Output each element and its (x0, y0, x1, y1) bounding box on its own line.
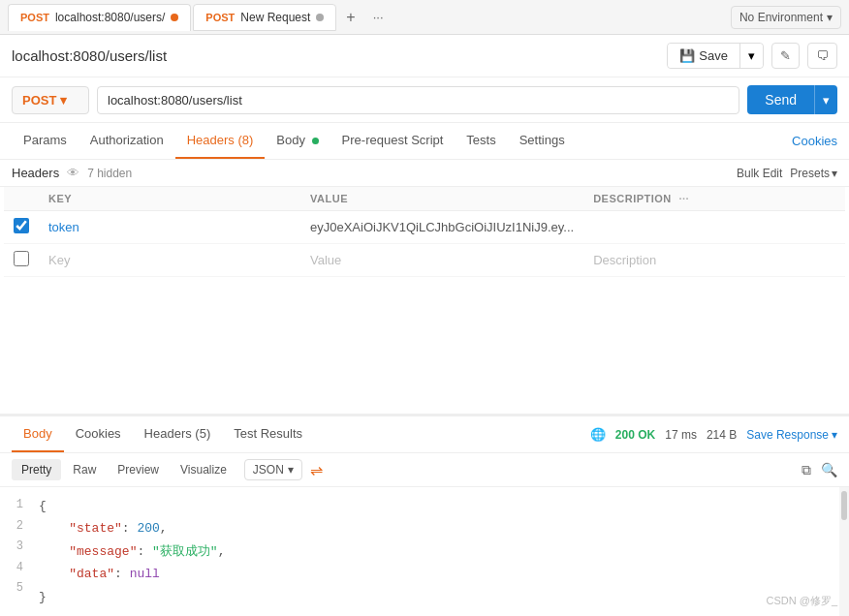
response-tab-body[interactable]: Body (12, 416, 64, 452)
scrollbar-thumb (841, 491, 847, 520)
tab-new-request[interactable]: POST New Request (193, 4, 336, 31)
wrap-button[interactable]: ⇌ (310, 461, 323, 479)
method-label: POST (22, 93, 56, 108)
save-response-button[interactable]: Save Response ▾ (746, 428, 837, 442)
format-raw[interactable]: Raw (63, 459, 106, 480)
response-tabs: Body Cookies Headers (5) Test Results 🌐 … (0, 416, 849, 453)
cookies-link[interactable]: Cookies (792, 134, 837, 148)
tab-method-1: POST (20, 12, 49, 23)
page-title: localhost:8080/users/list (12, 47, 659, 64)
scrollbar[interactable] (839, 487, 849, 616)
body-dot (312, 138, 319, 144)
row-value-cell: eyJ0eXAiOiJKV1QiLCJhbGciOiJIUzI1NiJ9.ey.… (300, 211, 583, 244)
row-value: eyJ0eXAiOiJKV1QiLCJhbGciOiJIUzI1NiJ9.ey.… (310, 220, 574, 234)
url-input[interactable] (97, 86, 739, 114)
headers-title: Headers (12, 166, 59, 180)
line-num-1: 1 (12, 495, 23, 516)
code-line-2: "state": 200, (39, 517, 835, 539)
copy-button[interactable]: ⧉ (802, 462, 811, 478)
send-button-group: Send ▾ (747, 85, 837, 114)
status-code: 200 OK (615, 428, 655, 442)
headers-controls: Headers 👁 7 hidden Bulk Edit Presets ▾ (0, 160, 849, 187)
response-tab-headers[interactable]: Headers (5) (133, 416, 223, 452)
th-checkbox (4, 187, 39, 211)
row-desc-cell (583, 211, 845, 244)
desc-placeholder: Description (593, 253, 656, 267)
tab-authorization[interactable]: Authorization (79, 123, 175, 159)
save-button[interactable]: 💾 Save (668, 44, 740, 68)
tab-add-button[interactable]: + (338, 9, 362, 26)
code-view: 1 2 3 4 5 { "state": 200, "message": "获取… (0, 487, 839, 616)
eye-icon: 👁 (67, 166, 79, 180)
save-response-chevron: ▾ (832, 428, 837, 442)
row-key-cell: token (39, 211, 300, 244)
empty-checkbox-cell (4, 244, 39, 277)
send-button[interactable]: Send (747, 85, 814, 114)
tab-settings[interactable]: Settings (508, 123, 577, 159)
table-header-row: KEY VALUE DESCRIPTION ··· (4, 187, 845, 211)
request-nav-tabs: Params Authorization Headers (8) Body Pr… (0, 123, 849, 160)
row-checkbox-cell (4, 211, 39, 244)
comment-button[interactable]: 🗨 (807, 43, 837, 69)
tab-title-1: localhost:8080/users/ (55, 11, 165, 24)
save-response-label: Save Response (746, 428, 829, 442)
response-area: Body Cookies Headers (5) Test Results 🌐 … (0, 414, 849, 616)
search-button[interactable]: 🔍 (821, 462, 837, 478)
response-tab-testresults[interactable]: Test Results (222, 416, 314, 452)
headers-table: KEY VALUE DESCRIPTION ··· token (4, 187, 845, 277)
format-select[interactable]: JSON ▾ (244, 459, 302, 480)
tab-params[interactable]: Params (12, 123, 79, 159)
code-line-1: { (39, 495, 835, 517)
empty-value-cell[interactable]: Value (300, 244, 583, 277)
tab-dot-1 (171, 14, 178, 21)
row-checkbox[interactable] (14, 218, 29, 233)
status-time: 17 ms (665, 428, 697, 442)
tab-bar: POST localhost:8080/users/ POST New Requ… (0, 0, 849, 35)
headers-table-container: KEY VALUE DESCRIPTION ··· token (0, 187, 849, 277)
bulk-edit-button[interactable]: Bulk Edit (737, 167, 782, 180)
edit-button[interactable]: ✎ (771, 43, 800, 69)
code-area: 1 2 3 4 5 { "state": 200, "message": "获取… (0, 487, 849, 616)
save-button-group: 💾 Save ▾ (667, 43, 764, 69)
environment-select[interactable]: No Environment ▾ (731, 6, 841, 29)
globe-icon: 🌐 (590, 427, 606, 442)
key-placeholder: Key (48, 253, 70, 267)
method-chevron-icon: ▾ (60, 93, 67, 108)
format-tabs: Pretty Raw Preview Visualize JSON ▾ ⇌ ⧉ … (0, 453, 849, 487)
empty-desc-cell[interactable]: Description (583, 244, 845, 277)
tab-headers[interactable]: Headers (8) (175, 123, 266, 159)
method-select[interactable]: POST ▾ (12, 86, 89, 114)
tab-body[interactable]: Body (265, 123, 330, 159)
value-placeholder: Value (310, 253, 341, 267)
request-line: POST ▾ Send ▾ (0, 77, 849, 123)
tab-title-2: New Request (240, 11, 310, 24)
format-visualize[interactable]: Visualize (171, 459, 236, 480)
row-key: token (48, 220, 79, 234)
response-tab-cookies[interactable]: Cookies (64, 416, 133, 452)
middle-spacer (0, 277, 849, 414)
line-numbers: 1 2 3 4 5 (0, 493, 35, 610)
env-label: No Environment (739, 11, 823, 24)
tab-prerequest[interactable]: Pre-request Script (330, 123, 456, 159)
tab-post-users[interactable]: POST localhost:8080/users/ (8, 4, 191, 31)
tab-tests[interactable]: Tests (455, 123, 507, 159)
th-value: VALUE (300, 187, 583, 211)
env-chevron-icon: ▾ (827, 11, 833, 24)
code-line-4: "data": null (39, 563, 835, 585)
send-chevron-button[interactable]: ▾ (814, 85, 837, 114)
empty-checkbox[interactable] (14, 251, 29, 266)
empty-key-cell[interactable]: Key (39, 244, 300, 277)
save-label: Save (699, 48, 728, 63)
save-icon: 💾 (679, 48, 695, 63)
save-chevron-button[interactable]: ▾ (740, 44, 763, 68)
format-pretty[interactable]: Pretty (12, 459, 61, 480)
tab-more-button[interactable]: ··· (365, 10, 392, 24)
th-more-icon[interactable]: ··· (678, 193, 689, 204)
presets-button[interactable]: Presets ▾ (790, 167, 837, 180)
format-chevron-icon: ▾ (288, 463, 294, 477)
presets-label: Presets (790, 167, 830, 180)
address-bar: localhost:8080/users/list 💾 Save ▾ ✎ 🗨 (0, 35, 849, 77)
format-preview[interactable]: Preview (108, 459, 169, 480)
watermark: CSDN @修罗_ (766, 594, 837, 608)
code-content: { "state": 200, "message": "获取成功", "data… (35, 493, 839, 610)
